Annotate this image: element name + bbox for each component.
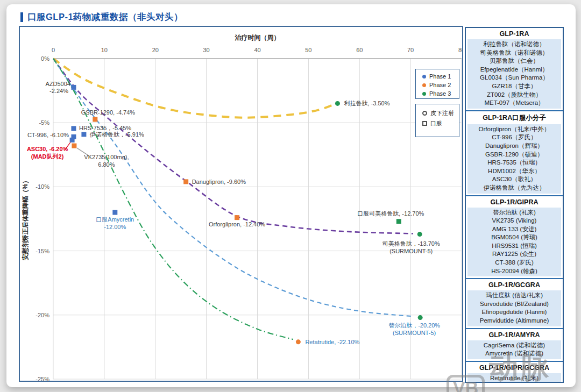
sidebar-item-list: 替尔泊肽 (礼来)VK2735 (Viking)AMG 133 (安进)BGM0…	[467, 208, 561, 277]
legend-phase: Phase 1Phase 2Phase 3	[415, 69, 459, 99]
sidebar-item-list: Retatrutide (礼来)	[467, 373, 561, 383]
label-Danuglipron: Danuglipron, -9.60%	[192, 179, 246, 185]
label-替尔泊肽: 替尔泊肽，-20.20%	[388, 322, 440, 329]
sidebar-item: HRS-7535（恒瑞）	[467, 159, 561, 167]
y-tick-label: 0%	[41, 55, 49, 62]
sidebar-item: 利拉鲁肽（诺和诺德）	[467, 40, 561, 49]
label-AZD5004: -2.24%	[49, 88, 68, 94]
label-口服Amycretin: 口服Amycretin	[96, 216, 134, 223]
sidebar-item: CT-388 (罗氏)	[467, 259, 561, 267]
sidebar-item: 玛仕度肽 (信达/礼来)	[467, 291, 561, 300]
legend-label: 口服	[430, 119, 442, 127]
legend-label: 皮下注射	[430, 109, 454, 117]
circle-marker-icon	[422, 111, 427, 116]
y-tick-label: -25%	[36, 376, 49, 381]
marker-口服司美格鲁肽	[396, 219, 401, 224]
sidebar-item: GZR18（甘李）	[467, 82, 561, 91]
sidebar-section: GLP-1R/GIPR/GCGRARetatrutide (礼来)	[466, 361, 563, 383]
label-ASC30: (MAD队列2)	[31, 153, 64, 160]
sidebar-item: 伊诺格鲁肽（先为达）	[467, 184, 561, 193]
label-利拉鲁肽: 利拉鲁肽, -3.50%	[344, 100, 389, 106]
legend-label: Phase 1	[429, 73, 451, 80]
legend-item-phase-2: Phase 2	[416, 81, 459, 89]
marker-Danuglipron	[183, 179, 188, 184]
label-VK2735-oral: 6.80%	[98, 161, 115, 168]
chart-area: 010203040506070800%-5%-10%-15%-20%-25%治疗…	[19, 26, 463, 382]
phase-dot-icon	[422, 75, 426, 79]
sidebar-item: Survodutide (BI/Zealand)	[467, 300, 561, 309]
sidebar-item: BGM0504 (博瑞)	[467, 233, 561, 242]
sidebar-section-header: GLP-1R/AMYRA	[466, 329, 563, 340]
y-tick-label: -15%	[36, 248, 49, 254]
sidebar-item-list: Orforglipron（礼来/中外）CT-996（罗氏）Danuglipron…	[467, 124, 561, 194]
sidebar-section: GLP-1R/GIPRA替尔泊肽 (礼来)VK2735 (Viking)AMG …	[466, 195, 563, 277]
report-card: 口服GLP-1药物减重数据（非头对头） 010203040506070800%-…	[6, 4, 576, 387]
sidebar-section: GLP-1RA利拉鲁肽（诺和诺德）司美格鲁肽（诺和诺德）贝那鲁肽（仁会）Efpe…	[466, 28, 563, 109]
page-title-text: 口服GLP-1药物减重数据（非头对头）	[27, 11, 183, 23]
y-axis-title: 安慰剂矫正后体重降幅（%）	[22, 177, 29, 261]
label-GSBR-1290: GSBR-1290, -4.74%	[81, 109, 135, 116]
title-accent-bar	[20, 12, 23, 22]
legend-item-phase-3: Phase 3	[416, 89, 459, 98]
marker-VK2735-oral	[72, 144, 76, 148]
trend-curve-tirzepatide-trend	[53, 59, 412, 316]
label-ASC30: ASC30, -6.20%	[27, 146, 68, 152]
label-司美格鲁肽: 司美格鲁肽，-13.70%	[382, 240, 440, 247]
marker-利拉鲁肽	[335, 101, 340, 106]
legend-label: Phase 3	[429, 90, 451, 97]
sidebar-item: MET-097（Metsera）	[467, 99, 561, 108]
sidebar-item: Danuglipron（辉瑞）	[467, 142, 561, 151]
page-title: 口服GLP-1药物减重数据（非头对头）	[20, 11, 183, 23]
sidebar-item: 贝那鲁肽（仁会）	[467, 57, 561, 66]
label-Orforglipron: Orforglipron, -12.40%	[209, 221, 265, 227]
sidebar-item: GL0034（Sun Pharma）	[467, 74, 561, 82]
sidebar-item-list: 利拉鲁肽（诺和诺德）司美格鲁肽（诺和诺德）贝那鲁肽（仁会）Efpeglenati…	[467, 39, 561, 109]
sidebar-item: Efinopegdutide (Hanmi)	[467, 308, 561, 317]
marker-HRS-7535	[71, 126, 76, 131]
sidebar-item: VK2735 (Viking)	[467, 217, 561, 225]
label-HRS-7535: HRS-7535，-5.45%	[79, 125, 131, 131]
sidebar-section: GLP-1R/GCGRA玛仕度肽 (信达/礼来)Survodutide (BI/…	[466, 278, 563, 326]
x-tick-label: 40	[254, 47, 260, 53]
sidebar-item: CagriSema (诺和诺德)	[467, 341, 561, 350]
x-axis-title: 治疗时间（周）	[235, 34, 280, 41]
x-tick-label: 70	[407, 47, 414, 53]
square-marker-icon	[422, 121, 427, 126]
trend-curve-semaglutide-trend	[53, 59, 413, 233]
sidebar-item: RAY1225 (众生)	[467, 250, 561, 259]
legend-label: Phase 2	[429, 82, 451, 88]
marker-替尔泊肽	[418, 315, 423, 320]
marker-GSBR-1290	[93, 117, 97, 122]
sidebar-item: AMG 133 (安进)	[467, 225, 561, 234]
sidebar-section: GLP-1RA口服小分子Orforglipron（礼来/中外）CT-996（罗氏…	[466, 110, 563, 194]
legend-item-phase-1: Phase 1	[416, 72, 459, 81]
marker-Orforglipron	[235, 215, 239, 220]
label-Retatrutide: Retatrutide, -22.10%	[305, 339, 359, 345]
sidebar-section-header: GLP-1R/GIPR/GCGRA	[466, 362, 563, 373]
sidebar-item-list: 玛仕度肽 (信达/礼来)Survodutide (BI/Zealand)Efin…	[467, 290, 561, 326]
label-口服Amycretin: -12.00%	[104, 224, 126, 230]
sidebar-item: HS-20094 (翰森)	[467, 267, 561, 276]
x-tick-label: 20	[152, 47, 159, 53]
x-tick-label: 30	[203, 47, 210, 53]
label-AZD5004: AZD5004	[45, 81, 70, 87]
x-tick-label: 80	[458, 47, 462, 53]
y-tick-label: -10%	[36, 183, 49, 190]
x-tick-label: 60	[356, 47, 363, 53]
phase-dot-icon	[422, 83, 426, 87]
marker-Retatrutide	[296, 339, 301, 344]
sidebar-item: ASC30（歌礼）	[467, 175, 561, 184]
label-替尔泊肽: (SURMOUNT-5)	[393, 330, 436, 336]
phase-dot-icon	[422, 92, 426, 96]
weight-loss-chart: 010203040506070800%-5%-10%-15%-20%-25%治疗…	[20, 27, 462, 381]
sidebar-item: ZT002（质肽生物）	[467, 91, 561, 99]
sidebar-item: CT-996（罗氏）	[467, 133, 561, 142]
label-口服司美格鲁肽: 口服司美格鲁肽, -12.70%	[357, 210, 424, 217]
legend-item-route: 口服	[416, 118, 459, 129]
marker-伊诺格鲁肽	[81, 132, 86, 137]
marker-口服Amycretin	[112, 210, 117, 215]
sidebar-section: GLP-1R/AMYRACagriSema (诺和诺德)Amycretin (诺…	[466, 328, 563, 359]
sidebar-item: HDM1002（华东）	[467, 167, 561, 176]
sidebar-item: 司美格鲁肽（诺和诺德）	[467, 49, 561, 58]
x-tick-label: 10	[101, 47, 108, 53]
